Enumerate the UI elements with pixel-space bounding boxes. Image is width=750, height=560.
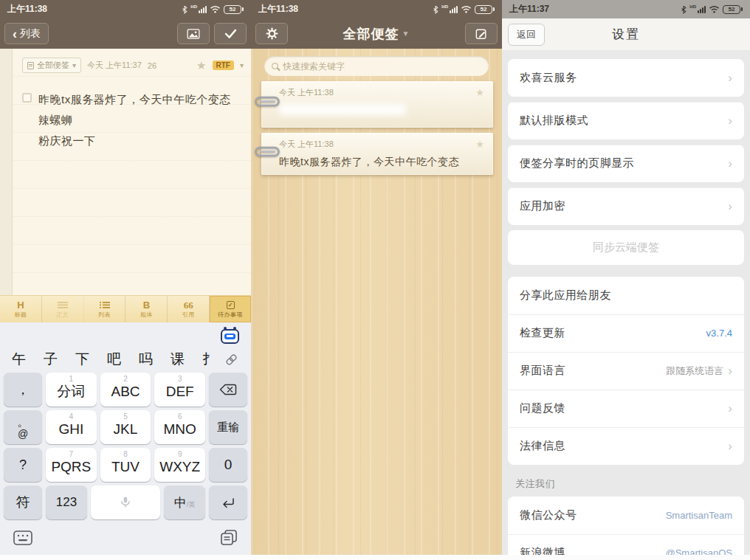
key-8-tuv[interactable]: 8TUV bbox=[100, 448, 151, 482]
key-1-fenci[interactable]: 1分词 bbox=[46, 373, 97, 407]
ime-footer bbox=[0, 519, 251, 546]
chevron-right-icon: › bbox=[728, 72, 732, 84]
candidate[interactable]: 吧 bbox=[98, 350, 130, 369]
status-time: 上午11:38 bbox=[258, 3, 298, 15]
note-list-item[interactable]: 今天 上午11:38 ★ 昨晚tx服务器炸了，今天中午吃个变态 bbox=[261, 133, 493, 175]
insert-image-button[interactable] bbox=[177, 23, 210, 44]
bottom-strip bbox=[0, 555, 750, 560]
compose-note-button[interactable] bbox=[465, 23, 498, 44]
back-to-list-button[interactable]: ‹ 列表 bbox=[4, 23, 49, 44]
note-list-item[interactable]: 今天 上午11:38 ★ bbox=[261, 81, 493, 128]
chevron-down-icon[interactable]: ▾ bbox=[240, 61, 244, 69]
key-2-abc[interactable]: 2ABC bbox=[100, 373, 151, 407]
key-enter[interactable] bbox=[209, 485, 247, 519]
key-space[interactable] bbox=[91, 485, 160, 519]
hd-indicator: HD bbox=[190, 4, 197, 9]
chevron-right-icon: › bbox=[728, 402, 732, 415]
key-0[interactable]: 0 bbox=[209, 448, 247, 482]
key-retype[interactable]: 重输 bbox=[209, 410, 247, 444]
wifi-icon bbox=[210, 5, 221, 13]
note-content[interactable]: 昨晚tx服务器炸了，今天中午吃个变态辣螺蛳 粉庆祝一下 bbox=[22, 89, 239, 151]
format-list-button[interactable]: 列表 bbox=[84, 296, 126, 322]
todo-checkbox[interactable] bbox=[22, 93, 32, 103]
compose-icon bbox=[475, 28, 487, 40]
chevron-down-icon: ▾ bbox=[72, 61, 76, 69]
settings-row-app-lock[interactable]: 应用加密 › bbox=[508, 187, 744, 225]
star-icon[interactable]: ★ bbox=[475, 139, 484, 150]
ime-assistant-icon[interactable] bbox=[221, 329, 239, 344]
format-body-button[interactable]: 正文 bbox=[42, 296, 84, 322]
note-editor-panel: 上午11:38 HD 52 ‹ 列表 bbox=[0, 0, 251, 555]
status-icons: HD 52 bbox=[182, 5, 244, 14]
settings-row-feedback[interactable]: 问题反馈 › bbox=[508, 390, 744, 427]
status-time: 上午11:37 bbox=[509, 3, 549, 15]
candidate[interactable]: 课 bbox=[162, 350, 193, 369]
settings-row-wechat[interactable]: 微信公众号 SmartisanTeam bbox=[508, 497, 744, 534]
key-7-pqrs[interactable]: 7PQRS bbox=[46, 448, 97, 482]
settings-row-share-app[interactable]: 分享此应用给朋友 bbox=[508, 277, 744, 314]
key-5-jkl[interactable]: 5JKL bbox=[100, 410, 151, 444]
candidate[interactable]: 吗 bbox=[130, 350, 162, 369]
status-bar: 上午11:38 HD 52 bbox=[251, 0, 502, 18]
image-icon bbox=[187, 29, 200, 39]
candidate[interactable]: 扌 bbox=[193, 350, 225, 369]
paper-margin bbox=[0, 49, 13, 295]
list-toolbar: 全部便签 ▼ bbox=[251, 18, 502, 49]
settings-button[interactable] bbox=[255, 23, 288, 44]
settings-row-language[interactable]: 界面语言 跟随系统语言 › bbox=[508, 352, 744, 390]
key-symbols[interactable]: 符 bbox=[4, 485, 42, 519]
bluetooth-icon bbox=[182, 5, 188, 14]
keyboard-bottom-row: 符 123 中/英 bbox=[0, 482, 251, 519]
key-3-def[interactable]: 3DEF bbox=[154, 373, 205, 407]
note-line-1: 昨晚tx服务器炸了，今天中午吃个变态辣螺蛳 bbox=[38, 89, 239, 131]
back-label: 列表 bbox=[20, 27, 41, 41]
key-6-mno[interactable]: 6MNO bbox=[154, 410, 205, 444]
save-note-button[interactable] bbox=[214, 23, 247, 44]
key-4-ghi[interactable]: 4GHI bbox=[46, 410, 97, 444]
candidate-bar: 午 子 下 吧 吗 课 扌 ✕ bbox=[0, 348, 251, 371]
list-title[interactable]: 全部便签 ▼ bbox=[343, 25, 410, 43]
link-icon[interactable] bbox=[225, 353, 238, 366]
key-backspace[interactable] bbox=[209, 373, 247, 407]
key-question[interactable]: ? bbox=[4, 448, 42, 482]
settings-row-legal[interactable]: 法律信息 › bbox=[508, 427, 744, 465]
signal-icon bbox=[450, 6, 458, 13]
settings-row-check-update[interactable]: 检查更新 v3.7.4 bbox=[508, 314, 744, 352]
settings-row-share-footer[interactable]: 便签分享时的页脚显示 › bbox=[508, 145, 744, 182]
settings-row-weibo[interactable]: 新浪微博 @SmartisanOS bbox=[508, 534, 744, 555]
candidate[interactable]: 下 bbox=[66, 350, 98, 369]
bold-icon: B bbox=[143, 300, 150, 310]
star-icon[interactable]: ★ bbox=[196, 59, 206, 72]
format-todo-button[interactable]: ✓ 待办事项 bbox=[210, 296, 251, 322]
candidate[interactable]: 午 bbox=[10, 350, 35, 369]
format-quote-button[interactable]: 66 引用 bbox=[168, 296, 210, 322]
search-input[interactable] bbox=[283, 61, 481, 72]
key-numpad[interactable]: 123 bbox=[46, 485, 87, 519]
notebook-selector[interactable]: 全部便签 ▾ bbox=[22, 58, 81, 73]
bluetooth-icon bbox=[681, 5, 687, 14]
clipboard-icon[interactable] bbox=[220, 530, 238, 546]
candidate[interactable]: 子 bbox=[35, 350, 66, 369]
key-lang-toggle[interactable]: 中/英 bbox=[164, 485, 205, 519]
signal-icon bbox=[199, 6, 207, 13]
settings-row-cloud-service[interactable]: 欢喜云服务 › bbox=[508, 59, 744, 97]
format-heading-button[interactable]: H 标题 bbox=[0, 296, 42, 322]
sync-cloud-notes-button[interactable]: 同步云端便签 bbox=[508, 230, 744, 265]
format-bold-button[interactable]: B 粗体 bbox=[125, 296, 168, 322]
wifi-icon bbox=[461, 5, 472, 13]
search-bar[interactable] bbox=[264, 56, 489, 76]
battery-percent: 52 bbox=[475, 5, 492, 14]
keyboard-switch-icon[interactable] bbox=[13, 530, 32, 545]
star-icon[interactable]: ★ bbox=[475, 87, 484, 98]
back-button[interactable]: 返回 bbox=[508, 24, 545, 46]
backspace-icon bbox=[219, 384, 237, 395]
body-text-icon bbox=[58, 300, 68, 310]
key-comma[interactable]: ， bbox=[4, 373, 42, 407]
key-period-at[interactable]: 。@ bbox=[4, 410, 42, 444]
rtf-badge: RTF bbox=[213, 61, 234, 70]
key-9-wxyz[interactable]: 9WXYZ bbox=[154, 448, 205, 482]
battery-icon: 52 bbox=[723, 5, 743, 14]
settings-row-default-layout[interactable]: 默认排版模式 › bbox=[508, 102, 744, 139]
note-paper[interactable]: 全部便签 ▾ 今天 上午11:37 26 ★ RTF ▾ 昨晚tx服务器炸了，今… bbox=[0, 49, 251, 295]
notebook-icon bbox=[27, 62, 34, 69]
